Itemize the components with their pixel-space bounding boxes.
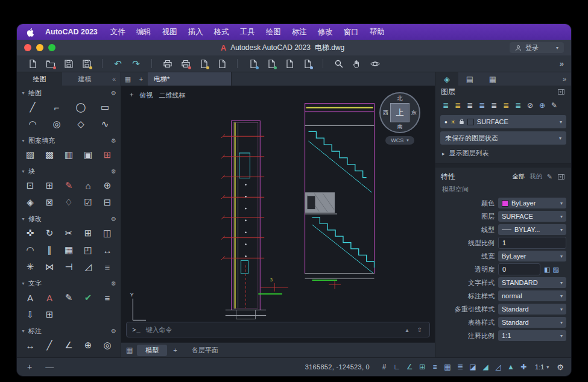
viewcube-top-face[interactable]: 上: [390, 103, 409, 122]
block-library-icon[interactable]: ⊟: [98, 195, 116, 210]
export-dwf-icon[interactable]: [263, 57, 279, 70]
tab-model[interactable]: 模型: [137, 345, 167, 356]
property-field-color[interactable]: ByLayer▾: [498, 198, 566, 208]
array-icon[interactable]: ▦: [60, 242, 78, 258]
gear-icon[interactable]: ⚙: [111, 216, 116, 222]
aligned-dimension-icon[interactable]: ╱: [40, 337, 58, 353]
layer-thaw-icon[interactable]: ≣: [488, 100, 499, 111]
object-snap-icon[interactable]: ⊞: [416, 361, 428, 373]
linear-dimension-icon[interactable]: ↔: [21, 337, 39, 353]
view-control-button[interactable]: 俯视: [139, 91, 153, 100]
redo-icon[interactable]: ↷: [128, 57, 144, 70]
menu-item[interactable]: 标注: [286, 27, 312, 37]
attribute-define-icon[interactable]: ◈: [21, 195, 39, 210]
palette-section-header[interactable]: ▼绘图⚙: [21, 87, 116, 99]
rotate-icon[interactable]: ↻: [40, 225, 58, 241]
palette-collapse-button[interactable]: «: [107, 72, 121, 86]
menu-item[interactable]: 视图: [157, 27, 183, 37]
isometric-drafting-icon[interactable]: ▦: [441, 361, 454, 373]
polygon-icon[interactable]: ◇: [69, 116, 92, 132]
text-style-icon[interactable]: ≡: [98, 290, 116, 305]
polyline-icon[interactable]: ⌐: [45, 99, 68, 115]
orbit-icon[interactable]: [367, 57, 383, 70]
model-canvas[interactable]: 3 Y + 俯视 二维线框: [121, 86, 435, 342]
open-file-icon[interactable]: [42, 57, 58, 70]
circle-icon[interactable]: ◯: [69, 99, 92, 115]
filter-mine-button[interactable]: 我的: [530, 172, 542, 181]
file-tab-active[interactable]: 电梯*: [148, 72, 232, 86]
grid-display-icon[interactable]: #: [378, 361, 390, 373]
minimize-button[interactable]: [36, 44, 43, 51]
visual-style-button[interactable]: 二维线框: [159, 91, 185, 100]
chamfer-icon[interactable]: ◿: [79, 259, 97, 275]
layer-selector-dropdown[interactable]: ● ☀ SURFACE ▾: [440, 115, 566, 128]
block-edit-icon[interactable]: ✎: [60, 178, 78, 193]
ellipse-icon[interactable]: ◎: [45, 116, 68, 132]
palette-section-header[interactable]: ▼标注⚙: [21, 325, 116, 337]
palette-section-header[interactable]: ▼修改⚙: [21, 213, 116, 225]
new-tab-button[interactable]: +: [134, 72, 148, 86]
dynamic-ucs-icon[interactable]: ◿: [492, 361, 504, 373]
layer-freeze-icon[interactable]: ≣: [476, 100, 487, 111]
new-layout-button[interactable]: +: [171, 346, 179, 354]
property-field-transparency[interactable]: 0: [498, 263, 540, 275]
print-icon[interactable]: [159, 57, 175, 70]
edit-text-icon[interactable]: ✎: [60, 290, 78, 305]
save-as-icon[interactable]: [78, 57, 95, 70]
explode-icon[interactable]: ✳: [21, 259, 39, 275]
hatch-icon[interactable]: ▨: [21, 147, 39, 163]
layer-match-icon[interactable]: ✎: [549, 100, 560, 111]
panel-collapse-icon[interactable]: [557, 88, 566, 96]
close-button[interactable]: [24, 44, 31, 51]
status-customization-gear-icon[interactable]: ⚙: [554, 363, 571, 372]
layer-lock-icon[interactable]: ≣: [501, 100, 511, 111]
panel-tab-sheets[interactable]: ▦: [481, 72, 504, 86]
layer-color-swatch[interactable]: [467, 119, 474, 125]
menu-item[interactable]: 文件: [105, 27, 131, 37]
boundary-icon[interactable]: ▣: [79, 147, 97, 163]
write-block-icon[interactable]: ⌂: [79, 178, 97, 193]
align-icon[interactable]: ≡: [98, 259, 116, 275]
property-field-lineweight[interactable]: ByLayer▾: [498, 251, 566, 261]
app-menu-name[interactable]: AutoCAD 2023: [42, 28, 101, 36]
property-field-dim-style[interactable]: normal▾: [498, 290, 566, 301]
batch-plot-icon[interactable]: [213, 57, 230, 70]
scale-icon[interactable]: ◰: [79, 242, 97, 258]
gear-icon[interactable]: ⚙: [111, 137, 116, 144]
command-share-icon[interactable]: ⇧: [416, 327, 424, 333]
menu-item[interactable]: 工具: [235, 27, 261, 37]
viewcube-north-label[interactable]: 北: [397, 95, 403, 102]
workspace-icon[interactable]: ✚: [517, 361, 530, 373]
gradient-icon[interactable]: ▥: [60, 147, 78, 163]
menu-item[interactable]: 窗口: [338, 27, 364, 37]
fillet-icon[interactable]: ◠: [21, 242, 39, 258]
insert-block-icon[interactable]: ⊡: [21, 178, 39, 193]
spell-check-icon[interactable]: ✔: [79, 290, 97, 305]
command-input[interactable]: 键入命令: [146, 325, 399, 334]
viewcube-compass[interactable]: 北 南 西 东 上: [379, 92, 420, 133]
command-history-button[interactable]: ▴: [404, 327, 411, 333]
field-icon[interactable]: ⊞: [40, 307, 58, 322]
wcs-dropdown[interactable]: WCS ▾: [385, 136, 414, 145]
line-icon[interactable]: ╱: [21, 99, 44, 115]
palette-section-header[interactable]: ▼文字⚙: [21, 277, 116, 289]
property-field-annotation-scale[interactable]: 1:1▾: [498, 330, 566, 341]
trim-icon[interactable]: ✂: [60, 225, 78, 241]
layer-unlock-icon[interactable]: ≣: [513, 100, 523, 111]
export-pdf-icon[interactable]: [245, 57, 261, 70]
login-button[interactable]: 登录 ▾: [510, 42, 564, 53]
property-field-layer[interactable]: SURFACE▾: [498, 211, 566, 222]
lineweight-display-icon[interactable]: ≣: [454, 361, 466, 373]
panel-overflow-button[interactable]: »: [558, 72, 571, 86]
layer-lock-icon[interactable]: [459, 119, 464, 125]
panel-tab-layers[interactable]: ◈: [435, 72, 458, 86]
annotation-visibility-icon[interactable]: ▲: [505, 361, 517, 373]
edit-properties-icon[interactable]: ✎: [547, 173, 552, 181]
property-field-text-style[interactable]: STANDARD▾: [498, 277, 566, 288]
tab-layout-floorplans[interactable]: 各层平面: [183, 345, 227, 356]
page-setup-icon[interactable]: [195, 57, 212, 70]
hatch-pattern-icon[interactable]: ▩: [40, 147, 58, 163]
gear-icon[interactable]: ⚙: [111, 90, 116, 96]
property-field-table-style[interactable]: Standard▾: [498, 317, 566, 328]
gear-icon[interactable]: ⚙: [111, 168, 116, 175]
